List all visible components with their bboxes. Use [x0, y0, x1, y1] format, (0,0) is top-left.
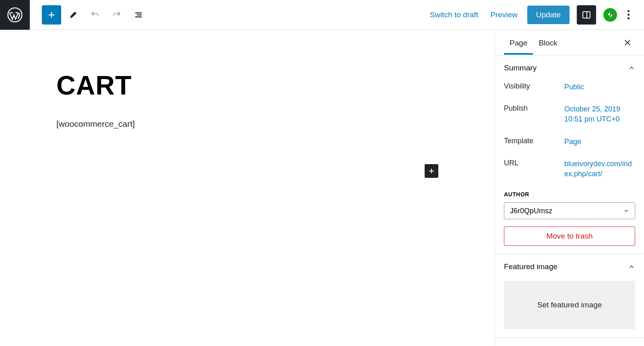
edit-tool-button[interactable] — [64, 5, 83, 25]
summary-panel: Summary Visibility Public Publish Octobe… — [495, 56, 644, 254]
url-label: URL — [504, 159, 564, 179]
more-options-button[interactable] — [624, 7, 633, 23]
url-row: URL blueivorydev.com/index.php/cart/ — [504, 159, 635, 179]
featured-image-heading: Featured image — [504, 262, 557, 271]
set-featured-image-button[interactable]: Set featured image — [504, 281, 635, 329]
sidebar-tabs: Page Block — [495, 30, 644, 56]
publish-row: Publish October 25, 2019 10:51 pm UTC+0 — [504, 104, 635, 124]
toolbar-left — [30, 5, 148, 25]
document-outline-button[interactable] — [129, 5, 148, 25]
template-label: Template — [504, 137, 564, 147]
editor-canvas[interactable]: CART [woocommerce_cart] — [0, 30, 495, 346]
tab-page[interactable]: Page — [504, 31, 533, 55]
main-area: CART [woocommerce_cart] Page Block Summa… — [0, 30, 644, 346]
move-to-trash-button[interactable]: Move to trash — [504, 227, 635, 246]
visibility-label: Visibility — [504, 82, 564, 92]
switch-to-draft-button[interactable]: Switch to draft — [427, 7, 481, 23]
update-button[interactable]: Update — [527, 6, 570, 24]
preview-button[interactable]: Preview — [488, 7, 520, 23]
summary-body: Visibility Public Publish October 25, 20… — [504, 82, 635, 246]
publish-label: Publish — [504, 104, 564, 124]
author-label: AUTHOR — [504, 191, 635, 198]
chevron-up-icon — [628, 64, 635, 72]
settings-toggle-button[interactable] — [577, 5, 596, 25]
author-select[interactable]: J6r0QpUmsz — [504, 202, 635, 219]
redo-button[interactable] — [107, 5, 126, 25]
wordpress-logo[interactable] — [0, 0, 30, 30]
author-value: J6r0QpUmsz — [510, 207, 552, 215]
chevron-down-icon — [623, 208, 629, 214]
page-title[interactable]: CART — [56, 70, 438, 101]
jetpack-icon[interactable] — [603, 8, 617, 22]
add-block-button[interactable] — [42, 5, 61, 25]
summary-panel-toggle[interactable]: Summary — [504, 64, 635, 72]
undo-button[interactable] — [85, 5, 105, 25]
settings-sidebar: Page Block Summary Visibility Public Pub… — [495, 30, 644, 346]
tab-block[interactable]: Block — [533, 31, 563, 55]
summary-heading: Summary — [504, 64, 537, 72]
template-value[interactable]: Page — [564, 137, 635, 147]
featured-image-panel-toggle[interactable]: Featured image — [504, 262, 635, 271]
top-toolbar: Switch to draft Preview Update — [0, 0, 644, 30]
visibility-row: Visibility Public — [504, 82, 635, 92]
template-row: Template Page — [504, 137, 635, 147]
publish-value[interactable]: October 25, 2019 10:51 pm UTC+0 — [564, 104, 635, 124]
close-sidebar-button[interactable] — [620, 35, 635, 50]
toolbar-right: Switch to draft Preview Update — [427, 5, 644, 25]
insert-block-button[interactable] — [425, 164, 438, 178]
url-value[interactable]: blueivorydev.com/index.php/cart/ — [564, 159, 635, 179]
shortcode-block[interactable]: [woocommerce_cart] — [56, 119, 438, 129]
featured-image-panel: Featured image Set featured image — [495, 254, 644, 338]
visibility-value[interactable]: Public — [564, 82, 635, 92]
chevron-up-icon — [628, 263, 635, 270]
